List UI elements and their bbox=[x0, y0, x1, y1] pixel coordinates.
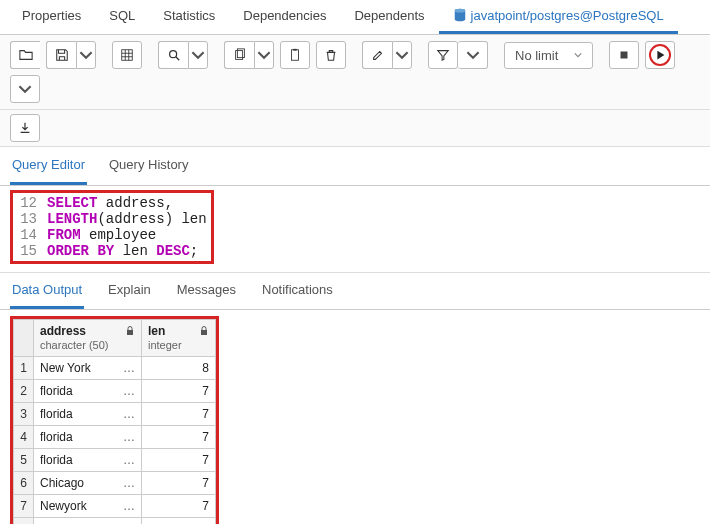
cell-len[interactable]: 7 bbox=[142, 380, 216, 403]
cell-len[interactable]: 7 bbox=[142, 426, 216, 449]
copy-dropdown[interactable] bbox=[254, 41, 274, 69]
cell-len[interactable]: 7 bbox=[142, 495, 216, 518]
svg-rect-7 bbox=[293, 49, 297, 51]
download-button[interactable] bbox=[10, 114, 40, 142]
lock-icon bbox=[199, 326, 209, 336]
col-header-len[interactable]: leninteger bbox=[142, 320, 216, 357]
filter-button[interactable] bbox=[428, 41, 458, 69]
results-table[interactable]: addresscharacter (50) leninteger 1New Yo… bbox=[13, 319, 216, 524]
tab-notifications[interactable]: Notifications bbox=[260, 273, 335, 309]
row-number: 7 bbox=[14, 495, 34, 518]
editor-tab-bar: Query Editor Query History bbox=[0, 147, 710, 186]
line-number: 15 bbox=[13, 243, 47, 259]
edit-dropdown[interactable] bbox=[392, 41, 412, 69]
cell-address[interactable]: florida… bbox=[34, 380, 142, 403]
results-panel: addresscharacter (50) leninteger 1New Yo… bbox=[0, 310, 710, 524]
cell-address[interactable]: florida… bbox=[34, 426, 142, 449]
table-row[interactable]: 3florida…7 bbox=[14, 403, 216, 426]
row-limit-select[interactable]: No limit bbox=[504, 42, 593, 69]
sql-highlight-box: 12SELECT address, 13LENGTH(address) len … bbox=[10, 190, 214, 264]
row-limit-label: No limit bbox=[515, 48, 558, 63]
execute-dropdown[interactable] bbox=[10, 75, 40, 103]
row-number: 6 bbox=[14, 472, 34, 495]
row-number: 5 bbox=[14, 449, 34, 472]
edit-button[interactable] bbox=[362, 41, 392, 69]
svg-point-3 bbox=[169, 51, 176, 58]
tab-data-output[interactable]: Data Output bbox=[10, 273, 84, 309]
tab-connection[interactable]: javatpoint/postgres@PostgreSQL bbox=[439, 0, 678, 34]
cell-address[interactable]: florida… bbox=[34, 403, 142, 426]
row-number: 4 bbox=[14, 426, 34, 449]
cell-address[interactable]: florida… bbox=[34, 449, 142, 472]
line-number: 12 bbox=[13, 195, 47, 211]
svg-rect-11 bbox=[201, 330, 207, 335]
table-row[interactable]: 6Chicago…7 bbox=[14, 472, 216, 495]
table-row[interactable]: 8Boston…6 bbox=[14, 518, 216, 525]
tab-explain[interactable]: Explain bbox=[106, 273, 153, 309]
grid-button[interactable] bbox=[112, 41, 142, 69]
save-button[interactable] bbox=[46, 41, 76, 69]
svg-rect-8 bbox=[621, 52, 628, 59]
tab-dependencies[interactable]: Dependencies bbox=[229, 0, 340, 34]
tab-connection-label: javatpoint/postgres@PostgreSQL bbox=[471, 8, 664, 23]
table-row[interactable]: 1New York…8 bbox=[14, 357, 216, 380]
cell-address[interactable]: New York… bbox=[34, 357, 142, 380]
cell-address[interactable]: Chicago… bbox=[34, 472, 142, 495]
row-number: 3 bbox=[14, 403, 34, 426]
paste-button[interactable] bbox=[280, 41, 310, 69]
table-row[interactable]: 5florida…7 bbox=[14, 449, 216, 472]
tab-statistics[interactable]: Statistics bbox=[149, 0, 229, 34]
cell-address[interactable]: Boston… bbox=[34, 518, 142, 525]
cell-len[interactable]: 7 bbox=[142, 472, 216, 495]
line-number: 14 bbox=[13, 227, 47, 243]
table-row[interactable]: 4florida…7 bbox=[14, 426, 216, 449]
tab-messages[interactable]: Messages bbox=[175, 273, 238, 309]
filter-dropdown[interactable] bbox=[458, 41, 488, 69]
table-row[interactable]: 7Newyork…7 bbox=[14, 495, 216, 518]
tab-query-editor[interactable]: Query Editor bbox=[10, 147, 87, 185]
tab-query-history[interactable]: Query History bbox=[107, 147, 190, 185]
table-row[interactable]: 2florida…7 bbox=[14, 380, 216, 403]
search-button[interactable] bbox=[158, 41, 188, 69]
col-header-address[interactable]: addresscharacter (50) bbox=[34, 320, 142, 357]
cell-len[interactable]: 7 bbox=[142, 449, 216, 472]
sql-editor[interactable]: 12SELECT address, 13LENGTH(address) len … bbox=[0, 186, 710, 272]
database-icon bbox=[453, 8, 467, 22]
toolbar: No limit bbox=[0, 35, 710, 110]
grid-corner bbox=[14, 320, 34, 357]
tab-properties[interactable]: Properties bbox=[8, 0, 95, 34]
svg-point-9 bbox=[650, 45, 670, 65]
result-tab-bar: Data Output Explain Messages Notificatio… bbox=[0, 272, 710, 310]
line-number: 13 bbox=[13, 211, 47, 227]
cell-address[interactable]: Newyork… bbox=[34, 495, 142, 518]
cell-len[interactable]: 6 bbox=[142, 518, 216, 525]
row-number: 2 bbox=[14, 380, 34, 403]
lock-icon bbox=[125, 326, 135, 336]
svg-rect-2 bbox=[122, 50, 133, 61]
search-dropdown[interactable] bbox=[188, 41, 208, 69]
cell-len[interactable]: 7 bbox=[142, 403, 216, 426]
row-number: 8 bbox=[14, 518, 34, 525]
copy-button[interactable] bbox=[224, 41, 254, 69]
svg-point-1 bbox=[454, 9, 465, 13]
top-tab-bar: Properties SQL Statistics Dependencies D… bbox=[0, 0, 710, 35]
delete-button[interactable] bbox=[316, 41, 346, 69]
open-file-button[interactable] bbox=[10, 41, 40, 69]
save-dropdown[interactable] bbox=[76, 41, 96, 69]
stop-button[interactable] bbox=[609, 41, 639, 69]
execute-button[interactable] bbox=[645, 41, 675, 69]
svg-rect-6 bbox=[292, 50, 299, 61]
cell-len[interactable]: 8 bbox=[142, 357, 216, 380]
tab-dependents[interactable]: Dependents bbox=[340, 0, 438, 34]
row-number: 1 bbox=[14, 357, 34, 380]
tab-sql[interactable]: SQL bbox=[95, 0, 149, 34]
results-highlight-box: addresscharacter (50) leninteger 1New Yo… bbox=[10, 316, 219, 524]
svg-rect-10 bbox=[127, 330, 133, 335]
